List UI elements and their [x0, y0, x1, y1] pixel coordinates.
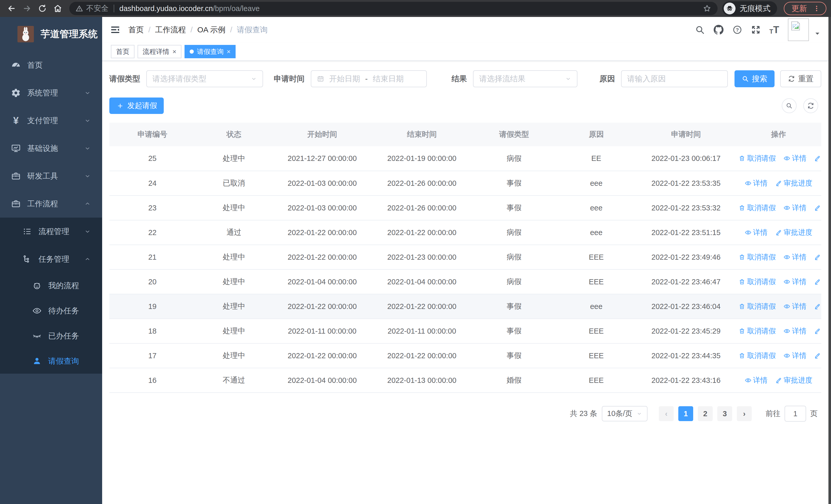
- tab-home[interactable]: 首页: [111, 45, 135, 58]
- reload-icon[interactable]: [35, 2, 49, 16]
- back-icon[interactable]: [5, 2, 19, 16]
- github-icon[interactable]: [713, 25, 724, 35]
- cell-status: 处理中: [196, 343, 273, 368]
- cancel-leave-link[interactable]: 取消请假: [739, 351, 776, 360]
- help-icon[interactable]: ?: [733, 25, 742, 35]
- reset-button[interactable]: 重置: [780, 70, 821, 87]
- approval-progress-link[interactable]: 审批进度: [814, 301, 821, 311]
- apply-time-range-picker[interactable]: 开始日期 - 结束日期: [311, 70, 427, 87]
- yen-icon: ¥: [10, 115, 22, 126]
- page-button-3[interactable]: 3: [717, 406, 732, 421]
- table-toolbar: ＋ 发起请假: [109, 97, 821, 114]
- create-leave-button[interactable]: ＋ 发起请假: [109, 97, 164, 114]
- detail-link[interactable]: 详情: [783, 277, 806, 287]
- prev-page-button[interactable]: ‹: [659, 406, 674, 421]
- approval-progress-link[interactable]: 审批进度: [814, 203, 821, 213]
- page-size-select[interactable]: 10条/页: [602, 406, 648, 421]
- sidebar-item-system[interactable]: 系统管理: [0, 79, 102, 107]
- url-bar[interactable]: 不安全 dashboard.yudao.iocoder.cn/bpm/oa/le…: [69, 2, 718, 15]
- search-button[interactable]: 搜索: [735, 70, 775, 87]
- result-select[interactable]: 请选择流结果: [473, 70, 577, 87]
- sidebar-item-process-mgmt[interactable]: 流程管理: [0, 217, 102, 245]
- cell-reason: EEE: [556, 245, 636, 269]
- next-page-button[interactable]: ›: [737, 406, 752, 421]
- detail-link[interactable]: 详情: [783, 351, 806, 360]
- leave-type-select[interactable]: 请选择请假类型: [146, 70, 263, 87]
- cell-actions: 取消请假 详情 审批进度: [736, 196, 821, 220]
- cell-start: 2022-01-04 00:00:00: [272, 368, 372, 393]
- breadcrumb-separator: /: [230, 25, 232, 34]
- cancel-leave-link[interactable]: 取消请假: [739, 153, 776, 163]
- detail-link[interactable]: 详情: [783, 301, 806, 311]
- sidebar-item-workflow[interactable]: 工作流程: [0, 190, 102, 217]
- eye-icon: [783, 278, 790, 285]
- breadcrumb-workflow[interactable]: 工作流程: [155, 25, 186, 35]
- sidebar-item-todo-tasks[interactable]: 待办任务: [0, 298, 102, 323]
- detail-link[interactable]: 详情: [783, 326, 806, 336]
- workflow-submenu: 流程管理 任务管理 我的流程 待办任务 已办: [0, 217, 102, 374]
- eye-open-icon: [31, 306, 42, 316]
- page-button-1[interactable]: 1: [678, 406, 693, 421]
- detail-link[interactable]: 详情: [745, 178, 768, 188]
- sidebar-item-payment[interactable]: ¥ 支付管理: [0, 107, 102, 135]
- table-row: 20 处理中 2022-01-04 00:00:00 2022-01-04 00…: [109, 269, 821, 294]
- browser-menu-icon[interactable]: [813, 5, 820, 12]
- tab-leave-query[interactable]: 请假查询 ×: [184, 45, 236, 58]
- cancel-leave-link[interactable]: 取消请假: [739, 277, 776, 287]
- breadcrumb-oa-example[interactable]: OA 示例: [197, 25, 226, 35]
- approval-progress-link[interactable]: 审批进度: [814, 153, 821, 163]
- cell-applied: 2022-01-22 23:46:47: [636, 269, 736, 294]
- reason-input[interactable]: [627, 75, 722, 83]
- approval-progress-link[interactable]: 审批进度: [814, 277, 821, 287]
- fullscreen-icon[interactable]: [751, 25, 761, 35]
- approval-progress-link[interactable]: 审批进度: [775, 376, 812, 385]
- app-title: 芋道管理系统: [40, 28, 97, 40]
- refresh-icon[interactable]: [803, 98, 818, 113]
- sidebar-item-home[interactable]: 首页: [0, 51, 102, 79]
- search-icon[interactable]: [695, 25, 705, 35]
- cell-id: 17: [109, 343, 196, 368]
- approval-progress-link[interactable]: 审批进度: [814, 351, 821, 360]
- dropdown-caret-icon[interactable]: [814, 30, 821, 37]
- approval-progress-link[interactable]: 审批进度: [775, 178, 812, 188]
- close-icon[interactable]: ×: [227, 48, 230, 55]
- sidebar-menu: 首页 系统管理 ¥ 支付管理 基础设施 研发工具: [0, 51, 102, 374]
- incognito-icon: [724, 3, 736, 14]
- sidebar-item-infrastructure[interactable]: 基础设施: [0, 135, 102, 162]
- goto-page-input[interactable]: [784, 406, 806, 422]
- detail-link[interactable]: 详情: [783, 203, 806, 213]
- eye-icon: [783, 328, 790, 334]
- sidebar-item-leave-query[interactable]: 请假查询: [0, 349, 102, 374]
- trash-icon: [739, 278, 745, 285]
- page-button-2[interactable]: 2: [698, 406, 713, 421]
- sidebar-item-task-mgmt[interactable]: 任务管理: [0, 245, 102, 273]
- cancel-leave-link[interactable]: 取消请假: [739, 252, 776, 262]
- forward-icon[interactable]: [20, 2, 34, 16]
- detail-link[interactable]: 详情: [783, 252, 806, 262]
- app-logo: [18, 26, 34, 42]
- avatar[interactable]: [788, 19, 809, 41]
- cancel-leave-link[interactable]: 取消请假: [739, 326, 776, 336]
- breadcrumb-home[interactable]: 首页: [128, 25, 144, 35]
- approval-progress-link[interactable]: 审批进度: [814, 326, 821, 336]
- menu-fold-icon[interactable]: [110, 24, 121, 35]
- detail-link[interactable]: 详情: [745, 228, 768, 237]
- update-button[interactable]: 更新: [784, 2, 826, 15]
- sidebar-item-dev-tools[interactable]: 研发工具: [0, 162, 102, 190]
- tab-process-detail[interactable]: 流程详情 ×: [138, 45, 181, 58]
- detail-link[interactable]: 详情: [783, 153, 806, 163]
- cell-type: 事假: [472, 171, 556, 196]
- toggle-search-icon[interactable]: [782, 98, 797, 113]
- sidebar-item-my-process[interactable]: 我的流程: [0, 273, 102, 298]
- cancel-leave-link[interactable]: 取消请假: [739, 203, 776, 213]
- sidebar-item-done-tasks[interactable]: 已办任务: [0, 323, 102, 349]
- close-icon[interactable]: ×: [172, 48, 176, 55]
- bookmark-star-icon[interactable]: [703, 4, 711, 13]
- font-size-icon[interactable]: TT: [769, 25, 779, 35]
- home-icon[interactable]: [51, 2, 65, 16]
- cancel-leave-link[interactable]: 取消请假: [739, 301, 776, 311]
- approval-progress-link[interactable]: 审批进度: [775, 228, 812, 237]
- detail-link[interactable]: 详情: [745, 376, 768, 385]
- svg-text:?: ?: [736, 27, 739, 33]
- approval-progress-link[interactable]: 审批进度: [814, 252, 821, 262]
